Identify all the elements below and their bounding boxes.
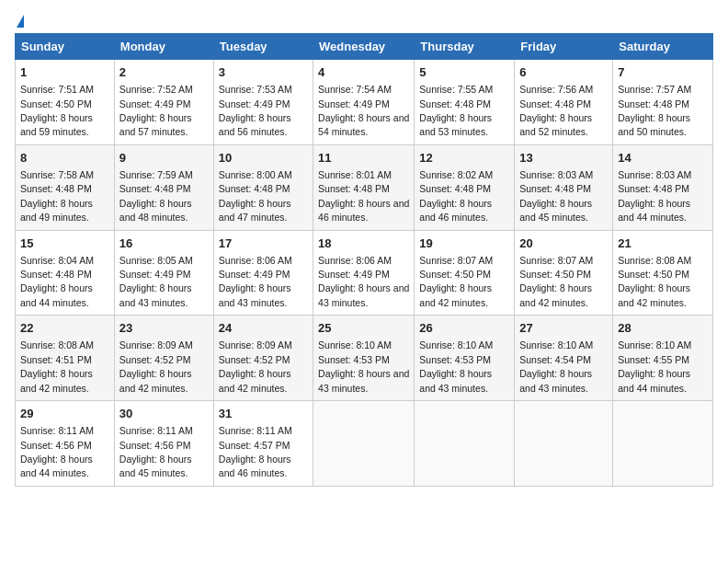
day-number: 31 [219,406,308,422]
day-cell-31: 31 Sunrise: 8:11 AMSunset: 4:57 PMDaylig… [213,401,313,487]
day-number: 6 [519,64,608,81]
day-info: Sunrise: 8:05 AMSunset: 4:49 PMDaylight:… [119,255,193,308]
day-info: Sunrise: 8:03 AMSunset: 4:48 PMDaylight:… [519,169,593,223]
day-number: 17 [219,236,308,252]
column-header-thursday: Thursday [415,34,515,60]
empty-cell [313,401,415,487]
day-info: Sunrise: 8:11 AMSunset: 4:57 PMDaylight:… [219,425,292,478]
day-number: 23 [119,320,209,337]
calendar-header-row: SundayMondayTuesdayWednesdayThursdayFrid… [16,34,713,60]
day-number: 16 [119,236,209,252]
day-info: Sunrise: 8:09 AMSunset: 4:52 PMDaylight:… [219,339,292,393]
day-cell-27: 27 Sunrise: 8:10 AMSunset: 4:54 PMDaylig… [515,316,613,401]
day-number: 13 [519,150,608,167]
column-header-saturday: Saturday [613,34,713,60]
day-info: Sunrise: 8:06 AMSunset: 4:49 PMDaylight:… [318,255,409,308]
day-cell-7: 7 Sunrise: 7:57 AMSunset: 4:48 PMDayligh… [613,60,713,145]
calendar-week-row: 15 Sunrise: 8:04 AMSunset: 4:48 PMDaylig… [16,230,713,316]
day-cell-13: 13 Sunrise: 8:03 AMSunset: 4:48 PMDaylig… [515,144,613,230]
day-cell-1: 1 Sunrise: 7:51 AMSunset: 4:50 PMDayligh… [16,60,115,145]
day-number: 4 [318,64,409,81]
day-cell-14: 14 Sunrise: 8:03 AMSunset: 4:48 PMDaylig… [613,144,713,230]
day-number: 24 [219,320,308,337]
day-info: Sunrise: 8:10 AMSunset: 4:53 PMDaylight:… [419,339,493,393]
day-info: Sunrise: 8:06 AMSunset: 4:49 PMDaylight:… [219,255,292,308]
day-cell-25: 25 Sunrise: 8:10 AMSunset: 4:53 PMDaylig… [313,316,415,401]
day-info: Sunrise: 7:53 AMSunset: 4:49 PMDaylight:… [219,84,292,137]
day-cell-11: 11 Sunrise: 8:01 AMSunset: 4:48 PMDaylig… [313,144,415,230]
day-number: 3 [219,64,308,81]
day-number: 10 [219,150,308,167]
day-info: Sunrise: 7:59 AMSunset: 4:48 PMDaylight:… [119,169,193,223]
day-cell-12: 12 Sunrise: 8:02 AMSunset: 4:48 PMDaylig… [415,144,515,230]
day-info: Sunrise: 8:04 AMSunset: 4:48 PMDaylight:… [20,255,94,308]
day-info: Sunrise: 8:11 AMSunset: 4:56 PMDaylight:… [20,425,94,478]
empty-cell [415,401,515,487]
day-number: 5 [419,64,509,81]
day-info: Sunrise: 8:08 AMSunset: 4:50 PMDaylight:… [618,255,691,308]
day-info: Sunrise: 7:52 AMSunset: 4:49 PMDaylight:… [119,84,193,137]
column-header-monday: Monday [114,34,213,60]
empty-cell [613,401,713,487]
column-header-friday: Friday [515,34,613,60]
day-number: 25 [318,320,409,337]
day-number: 21 [618,236,708,252]
calendar-week-row: 22 Sunrise: 8:08 AMSunset: 4:51 PMDaylig… [16,316,713,401]
day-info: Sunrise: 7:56 AMSunset: 4:48 PMDaylight:… [519,84,593,137]
day-number: 19 [419,236,509,252]
day-number: 30 [119,406,209,422]
day-info: Sunrise: 8:10 AMSunset: 4:53 PMDaylight:… [318,339,409,393]
calendar-week-row: 29 Sunrise: 8:11 AMSunset: 4:56 PMDaylig… [16,401,713,487]
day-cell-21: 21 Sunrise: 8:08 AMSunset: 4:50 PMDaylig… [613,230,713,316]
day-cell-4: 4 Sunrise: 7:54 AMSunset: 4:49 PMDayligh… [313,60,415,145]
day-number: 12 [419,150,509,167]
calendar-week-row: 1 Sunrise: 7:51 AMSunset: 4:50 PMDayligh… [16,60,713,145]
day-cell-24: 24 Sunrise: 8:09 AMSunset: 4:52 PMDaylig… [213,316,313,401]
calendar-week-row: 8 Sunrise: 7:58 AMSunset: 4:48 PMDayligh… [16,144,713,230]
column-header-wednesday: Wednesday [313,34,415,60]
logo-triangle-icon [17,15,24,28]
day-cell-3: 3 Sunrise: 7:53 AMSunset: 4:49 PMDayligh… [213,60,313,145]
day-number: 26 [419,320,509,337]
day-info: Sunrise: 8:02 AMSunset: 4:48 PMDaylight:… [419,169,493,223]
day-cell-23: 23 Sunrise: 8:09 AMSunset: 4:52 PMDaylig… [114,316,213,401]
day-cell-20: 20 Sunrise: 8:07 AMSunset: 4:50 PMDaylig… [515,230,613,316]
day-cell-10: 10 Sunrise: 8:00 AMSunset: 4:48 PMDaylig… [213,144,313,230]
day-number: 9 [119,150,209,167]
day-info: Sunrise: 8:09 AMSunset: 4:52 PMDaylight:… [119,339,193,393]
day-number: 11 [318,150,409,167]
day-number: 29 [20,406,109,422]
day-cell-16: 16 Sunrise: 8:05 AMSunset: 4:49 PMDaylig… [114,230,213,316]
day-info: Sunrise: 7:58 AMSunset: 4:48 PMDaylight:… [20,169,94,223]
day-number: 22 [20,320,109,337]
day-cell-22: 22 Sunrise: 8:08 AMSunset: 4:51 PMDaylig… [16,316,115,401]
day-info: Sunrise: 8:01 AMSunset: 4:48 PMDaylight:… [318,169,409,223]
day-number: 20 [519,236,608,252]
day-info: Sunrise: 8:07 AMSunset: 4:50 PMDaylight:… [519,255,593,308]
day-cell-18: 18 Sunrise: 8:06 AMSunset: 4:49 PMDaylig… [313,230,415,316]
day-info: Sunrise: 7:51 AMSunset: 4:50 PMDaylight:… [20,84,94,137]
day-info: Sunrise: 8:10 AMSunset: 4:54 PMDaylight:… [519,339,593,393]
day-info: Sunrise: 8:07 AMSunset: 4:50 PMDaylight:… [419,255,493,308]
day-number: 15 [20,236,109,252]
day-number: 8 [20,150,109,167]
day-info: Sunrise: 7:57 AMSunset: 4:48 PMDaylight:… [618,84,691,137]
day-number: 1 [20,64,109,81]
day-cell-8: 8 Sunrise: 7:58 AMSunset: 4:48 PMDayligh… [16,144,115,230]
day-number: 7 [618,64,708,81]
day-cell-9: 9 Sunrise: 7:59 AMSunset: 4:48 PMDayligh… [114,144,213,230]
day-cell-19: 19 Sunrise: 8:07 AMSunset: 4:50 PMDaylig… [415,230,515,316]
day-number: 2 [119,64,209,81]
day-cell-30: 30 Sunrise: 8:11 AMSunset: 4:56 PMDaylig… [114,401,213,487]
day-info: Sunrise: 7:54 AMSunset: 4:49 PMDaylight:… [318,84,409,137]
day-cell-6: 6 Sunrise: 7:56 AMSunset: 4:48 PMDayligh… [515,60,613,145]
day-cell-17: 17 Sunrise: 8:06 AMSunset: 4:49 PMDaylig… [213,230,313,316]
day-info: Sunrise: 8:03 AMSunset: 4:48 PMDaylight:… [618,169,691,223]
day-number: 28 [618,320,708,337]
empty-cell [515,401,613,487]
page-header [15,15,713,28]
day-cell-15: 15 Sunrise: 8:04 AMSunset: 4:48 PMDaylig… [16,230,115,316]
day-info: Sunrise: 8:08 AMSunset: 4:51 PMDaylight:… [20,339,94,393]
day-info: Sunrise: 8:00 AMSunset: 4:48 PMDaylight:… [219,169,292,223]
day-cell-2: 2 Sunrise: 7:52 AMSunset: 4:49 PMDayligh… [114,60,213,145]
